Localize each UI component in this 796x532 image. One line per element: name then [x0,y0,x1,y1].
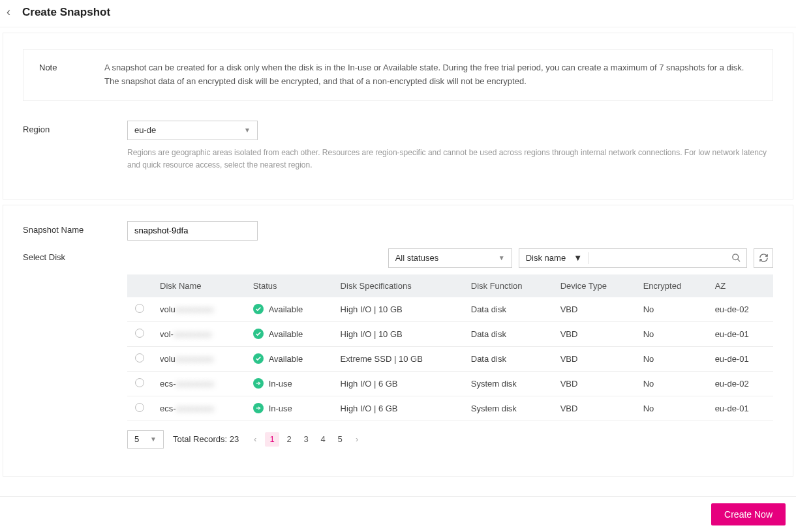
chevron-down-icon: ▼ [244,126,251,134]
table-row: voluxxxxxxxxxAvailableHigh I/O | 10 GBDa… [127,297,773,322]
row-radio[interactable] [135,329,144,338]
region-hint: Regions are geographic areas isolated fr… [127,147,773,171]
pagination: 5 ▼ Total Records: 23 ‹12345› [127,430,773,449]
search-by-value: Disk name [526,253,566,263]
status-filter-value: All statuses [395,253,438,263]
cell-function: System disk [463,396,553,421]
cell-status: Available [245,297,333,322]
arrow-circle-icon [253,403,264,413]
cell-function: Data disk [463,346,553,371]
snapshot-name-label: Snapshot Name [23,221,88,235]
create-now-button[interactable]: Create Now [711,503,786,525]
cell-encrypted: No [635,297,707,322]
row-radio[interactable] [135,304,144,313]
pager-page[interactable]: 3 [299,432,313,447]
cell-status: In-use [245,396,333,421]
check-circle-icon [253,304,264,314]
cell-spec: Extreme SSD | 10 GB [333,346,463,371]
cell-disk-name: ecs-xxxxxxxxx [152,371,245,396]
note-line1: A snapshot can be created for a disk onl… [104,61,744,75]
disk-section: Snapshot Name Select Disk All statuses ▼… [3,205,793,477]
cell-az: eu-de-01 [707,346,773,371]
note-line2: The snapshot data of an encrypted disk w… [104,75,744,89]
cell-spec: High I/O | 10 GB [333,297,463,322]
region-label: Region [23,121,88,134]
refresh-icon [759,253,769,263]
disk-search-input[interactable] [589,253,726,263]
row-radio[interactable] [135,353,144,362]
cell-status: In-use [245,371,333,396]
chevron-down-icon: ▼ [150,436,157,443]
col-disk-name: Disk Name [152,274,245,297]
search-by-select[interactable]: Disk name ▼ [519,253,589,263]
page-size-value: 5 [134,434,139,444]
cell-encrypted: No [635,396,707,421]
cell-device: VBD [553,371,635,396]
cell-status: Available [245,321,333,346]
pager-page[interactable]: 1 [265,432,279,447]
cell-az: eu-de-01 [707,396,773,421]
col-az: AZ [707,274,773,297]
table-row: ecs-xxxxxxxxxIn-useHigh I/O | 6 GBSystem… [127,396,773,421]
note-text: A snapshot can be created for a disk onl… [104,61,744,89]
cell-disk-name: voluxxxxxxxxx [152,346,245,371]
table-row: vol-xxxxxxxxxAvailableHigh I/O | 10 GBDa… [127,321,773,346]
search-button[interactable] [726,253,746,263]
cell-spec: High I/O | 6 GB [333,396,463,421]
region-section: Note A snapshot can be created for a dis… [3,33,793,200]
status-filter-select[interactable]: All statuses ▼ [388,248,512,268]
chevron-down-icon: ▼ [498,254,505,261]
page-size-select[interactable]: 5 ▼ [127,430,164,449]
arrow-circle-icon [253,378,264,389]
col-function: Disk Function [463,274,553,297]
check-circle-icon [253,353,264,364]
pager-page[interactable]: 4 [316,432,330,447]
disk-search-combo: Disk name ▼ [519,248,747,268]
region-select[interactable]: eu-de ▼ [127,121,258,140]
pager-prev[interactable]: ‹ [248,432,262,447]
cell-device: VBD [553,346,635,371]
cell-function: Data disk [463,297,553,322]
row-radio[interactable] [135,378,144,387]
pager-next[interactable]: › [350,432,364,447]
cell-disk-name: ecs-xxxxxxxxx [152,396,245,421]
footer: Create Now [0,496,796,532]
cell-device: VBD [553,396,635,421]
snapshot-name-input-wrapper [127,221,258,241]
cell-disk-name: voluxxxxxxxxx [152,297,245,322]
chevron-down-icon: ▼ [574,253,582,263]
col-encrypted: Encrypted [635,274,707,297]
cell-encrypted: No [635,371,707,396]
back-icon[interactable]: ‹ [4,5,13,19]
select-disk-label: Select Disk [23,248,88,449]
note-box: Note A snapshot can be created for a dis… [23,49,773,101]
note-label: Note [39,61,65,89]
pager-page[interactable]: 5 [333,432,347,447]
cell-az: eu-de-02 [707,297,773,322]
snapshot-name-input[interactable] [134,226,251,235]
col-status: Status [245,274,333,297]
refresh-button[interactable] [754,248,773,268]
cell-spec: High I/O | 10 GB [333,321,463,346]
col-spec: Disk Specifications [333,274,463,297]
disk-table: Disk Name Status Disk Specifications Dis… [127,274,773,421]
col-device: Device Type [553,274,635,297]
svg-line-1 [737,259,740,262]
total-records: Total Records: 23 [173,434,239,444]
table-row: ecs-xxxxxxxxxIn-useHigh I/O | 6 GBSystem… [127,371,773,396]
table-row: voluxxxxxxxxxAvailableExtreme SSD | 10 G… [127,346,773,371]
cell-encrypted: No [635,321,707,346]
page-title: Create Snapshot [22,6,110,19]
row-radio[interactable] [135,403,144,412]
cell-disk-name: vol-xxxxxxxxx [152,321,245,346]
cell-spec: High I/O | 6 GB [333,371,463,396]
svg-point-0 [733,254,739,260]
cell-az: eu-de-02 [707,371,773,396]
region-value: eu-de [134,125,156,135]
cell-status: Available [245,346,333,371]
cell-function: System disk [463,371,553,396]
pager-page[interactable]: 2 [282,432,296,447]
cell-device: VBD [553,297,635,322]
cell-device: VBD [553,321,635,346]
cell-function: Data disk [463,321,553,346]
